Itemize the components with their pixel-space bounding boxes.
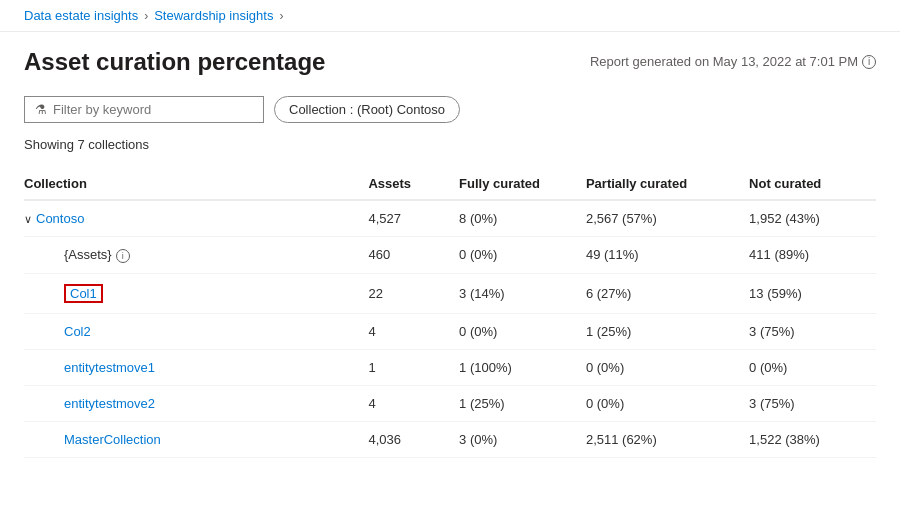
cell-not-assets: 411 (89%) <box>749 237 876 274</box>
report-generated-label: Report generated on May 13, 2022 at 7:01… <box>590 54 858 69</box>
cell-partially-entitytestmove2: 0 (0%) <box>586 385 749 421</box>
filter-input[interactable] <box>53 102 253 117</box>
table-row: {Assets}i4600 (0%)49 (11%)411 (89%) <box>24 237 876 274</box>
filters-row: ⚗ Collection : (Root) Contoso <box>24 96 876 123</box>
curation-table: Collection Assets Fully curated Partiall… <box>24 168 876 458</box>
cell-assets-mastercollection: 4,036 <box>368 421 459 457</box>
table-row: Col1223 (14%)6 (27%)13 (59%) <box>24 273 876 313</box>
link-col1[interactable]: Col1 <box>70 286 97 301</box>
main-content: Asset curation percentage Report generat… <box>0 32 900 482</box>
table-row: MasterCollection4,0363 (0%)2,511 (62%)1,… <box>24 421 876 457</box>
link-entitytestmove2[interactable]: entitytestmove2 <box>64 396 155 411</box>
link-contoso[interactable]: Contoso <box>36 211 84 226</box>
cell-assets-assets: 460 <box>368 237 459 274</box>
cell-collection-col1: Col1 <box>24 273 368 313</box>
cell-not-entitytestmove2: 3 (75%) <box>749 385 876 421</box>
cell-fully-entitytestmove1: 1 (100%) <box>459 349 586 385</box>
col-header-collection: Collection <box>24 168 368 200</box>
cell-partially-col2: 1 (25%) <box>586 313 749 349</box>
page-title: Asset curation percentage <box>24 48 325 76</box>
col-header-not-curated: Not curated <box>749 168 876 200</box>
cell-fully-col2: 0 (0%) <box>459 313 586 349</box>
cell-partially-entitytestmove1: 0 (0%) <box>586 349 749 385</box>
cell-fully-mastercollection: 3 (0%) <box>459 421 586 457</box>
report-info-icon[interactable]: i <box>862 55 876 69</box>
info-icon-assets[interactable]: i <box>116 249 130 263</box>
cell-collection-col2: Col2 <box>24 313 368 349</box>
cell-collection-mastercollection: MasterCollection <box>24 421 368 457</box>
cell-collection-entitytestmove2: entitytestmove2 <box>24 385 368 421</box>
report-info: Report generated on May 13, 2022 at 7:01… <box>590 48 876 69</box>
text-assets: {Assets} <box>44 247 112 262</box>
table-row: ∨Contoso4,5278 (0%)2,567 (57%)1,952 (43%… <box>24 200 876 237</box>
cell-fully-contoso: 8 (0%) <box>459 200 586 237</box>
cell-fully-col1: 3 (14%) <box>459 273 586 313</box>
cell-assets-col2: 4 <box>368 313 459 349</box>
cell-partially-contoso: 2,567 (57%) <box>586 200 749 237</box>
link-mastercollection[interactable]: MasterCollection <box>64 432 161 447</box>
expand-icon-contoso[interactable]: ∨ <box>24 213 32 225</box>
cell-collection-contoso: ∨Contoso <box>24 200 368 237</box>
cell-partially-assets: 49 (11%) <box>586 237 749 274</box>
cell-not-mastercollection: 1,522 (38%) <box>749 421 876 457</box>
breadcrumb-separator-1: › <box>144 9 148 23</box>
cell-assets-col1: 22 <box>368 273 459 313</box>
table-header-row: Collection Assets Fully curated Partiall… <box>24 168 876 200</box>
col-header-partially-curated: Partially curated <box>586 168 749 200</box>
page-header: Asset curation percentage Report generat… <box>24 48 876 76</box>
cell-partially-mastercollection: 2,511 (62%) <box>586 421 749 457</box>
collection-badge-button[interactable]: Collection : (Root) Contoso <box>274 96 460 123</box>
cell-partially-col1: 6 (27%) <box>586 273 749 313</box>
showing-label: Showing 7 collections <box>24 137 876 152</box>
cell-not-col2: 3 (75%) <box>749 313 876 349</box>
cell-collection-assets: {Assets}i <box>24 237 368 274</box>
col-header-fully-curated: Fully curated <box>459 168 586 200</box>
cell-assets-entitytestmove2: 4 <box>368 385 459 421</box>
cell-not-entitytestmove1: 0 (0%) <box>749 349 876 385</box>
cell-fully-assets: 0 (0%) <box>459 237 586 274</box>
breadcrumb: Data estate insights › Stewardship insig… <box>0 0 900 32</box>
table-row: entitytestmove241 (25%)0 (0%)3 (75%) <box>24 385 876 421</box>
filter-icon: ⚗ <box>35 102 47 117</box>
cell-collection-entitytestmove1: entitytestmove1 <box>24 349 368 385</box>
breadcrumb-data-estate[interactable]: Data estate insights <box>24 8 138 23</box>
cell-assets-contoso: 4,527 <box>368 200 459 237</box>
cell-not-contoso: 1,952 (43%) <box>749 200 876 237</box>
link-col2[interactable]: Col2 <box>64 324 91 339</box>
table-row: Col240 (0%)1 (25%)3 (75%) <box>24 313 876 349</box>
filter-input-wrapper[interactable]: ⚗ <box>24 96 264 123</box>
table-row: entitytestmove111 (100%)0 (0%)0 (0%) <box>24 349 876 385</box>
link-entitytestmove1[interactable]: entitytestmove1 <box>64 360 155 375</box>
cell-fully-entitytestmove2: 1 (25%) <box>459 385 586 421</box>
breadcrumb-stewardship[interactable]: Stewardship insights <box>154 8 273 23</box>
breadcrumb-separator-2: › <box>279 9 283 23</box>
cell-assets-entitytestmove1: 1 <box>368 349 459 385</box>
col-header-assets: Assets <box>368 168 459 200</box>
cell-not-col1: 13 (59%) <box>749 273 876 313</box>
